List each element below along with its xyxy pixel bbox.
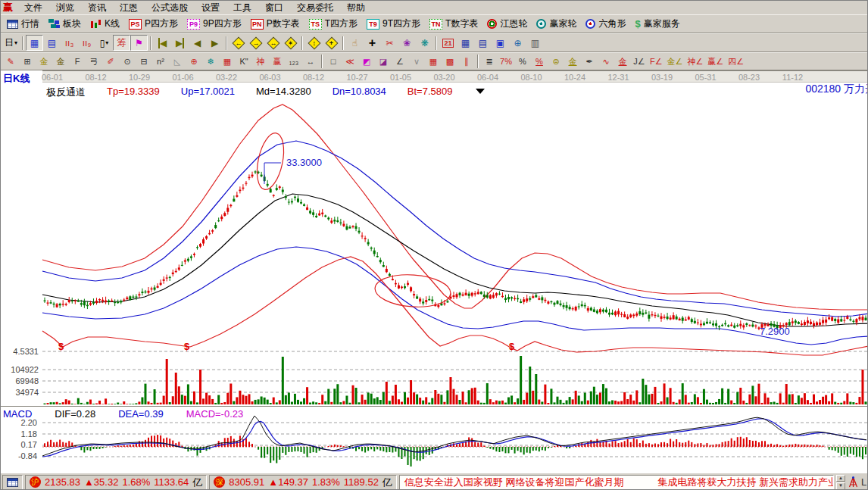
toolbar-winner-wheel-button[interactable]: 赢家轮 [532, 16, 581, 33]
diamond-left-button[interactable]: ← [229, 35, 247, 51]
parallel-lines-button[interactable]: ∥ [458, 54, 475, 69]
zigzag-button[interactable]: ∨ [408, 54, 425, 69]
first-page-button[interactable]: ◀ [154, 35, 171, 51]
price-ladder-button[interactable]: ≣ [481, 54, 498, 69]
toolbar-t-number-table-button[interactable]: TNT数字表 [425, 16, 482, 33]
snowflake-button[interactable]: ❄ [202, 54, 219, 69]
menu-江恩[interactable]: 江恩 [113, 1, 145, 15]
spinner-up-button[interactable]: ▲ [836, 475, 845, 482]
protractor-button[interactable]: ◺ [169, 54, 186, 69]
crosshair-tool-button[interactable]: + [364, 35, 381, 51]
toolbar-hexagon-button[interactable]: 六角形 [581, 16, 630, 33]
info-panel-button[interactable]: ▤ [43, 35, 61, 51]
fibo-ruler-button[interactable]: F [69, 54, 86, 69]
shen-angle-button[interactable]: 神∠ [685, 54, 705, 69]
menu-工具[interactable]: 工具 [226, 1, 258, 15]
draw-pen-button[interactable]: ✎ [2, 54, 19, 69]
fan-box-button[interactable]: ◩ [358, 54, 375, 69]
candle-style-button[interactable]: ▯▾ [95, 35, 113, 51]
circle-cross-button[interactable]: ⊕ [186, 54, 202, 69]
news-item[interactable]: 信息安全进入国家视野 网络设备将迎国产化蜜月期 [404, 476, 624, 489]
toolbar-9t-square-button[interactable]: T99T四方形 [362, 16, 425, 33]
spinner-down-button[interactable]: ▼ [836, 482, 845, 490]
fan-lines-button[interactable]: ≪ [342, 54, 358, 69]
ink-pen-button[interactable]: ✒ [581, 54, 598, 69]
toolbar-quotes-button[interactable]: 行情 [2, 16, 44, 33]
rect-select-button[interactable]: □ [325, 54, 342, 69]
red-pen-button[interactable]: ✐ [102, 54, 119, 69]
chip-distribution-button[interactable]: 筹 [113, 35, 130, 51]
gold-underline-button[interactable]: 金 [614, 54, 631, 69]
k-mark-button[interactable]: K" [236, 54, 252, 69]
market-view-button[interactable] [2, 475, 23, 490]
menu-公式选股[interactable]: 公式选股 [145, 1, 195, 15]
gold-line-button[interactable]: 金 [564, 54, 581, 69]
toolbar-p-square-button[interactable]: PSP四方形 [124, 16, 183, 33]
net-tool-button[interactable]: ❋ [416, 35, 433, 51]
diamond-horizontal-button[interactable]: ↔ [264, 35, 282, 51]
si-angle-button[interactable]: 四∠ [726, 54, 746, 69]
toolbar-gann-wheel-button[interactable]: 江恩轮 [482, 16, 532, 33]
remote-pc-button[interactable]: ▥ [526, 35, 544, 51]
diamond-right-button[interactable]: → [247, 35, 264, 51]
percent-line-button[interactable]: % [531, 54, 548, 69]
f-angle-button[interactable]: F∠ [648, 54, 665, 69]
prev-page-button[interactable]: ◀ [189, 35, 206, 51]
gold-ruler-2-button[interactable]: 金 [52, 54, 69, 69]
diamond-vertical-button[interactable]: ↕ [305, 35, 323, 51]
percent-button[interactable]: % [514, 54, 531, 69]
period-day-button[interactable]: 日▾ [2, 35, 20, 51]
wave-line-button[interactable]: ∿ [598, 54, 614, 69]
width-measure-button[interactable]: ↔ [302, 54, 319, 69]
menu-文件[interactable]: 文件 [17, 1, 49, 15]
grid-target-button[interactable]: ▦ [219, 54, 236, 69]
calculator-button[interactable]: ▦ [457, 35, 474, 51]
menu-窗口[interactable]: 窗口 [258, 1, 290, 15]
next-page-button[interactable]: ▶ [206, 35, 223, 51]
hand-tool-button[interactable]: ☝ [346, 35, 364, 51]
n2-ruler-button[interactable]: n² [152, 54, 169, 69]
toolbar-9p-square-button[interactable]: P99P四方形 [183, 16, 246, 33]
toolbar-kline-button[interactable]: K线 [86, 16, 124, 33]
red-grid-button[interactable]: ▦ [425, 54, 442, 69]
menu-交易委托[interactable]: 交易委托 [290, 1, 340, 15]
percent-7-button[interactable]: 7% [498, 54, 514, 69]
flag-mark-button[interactable]: ⚑ [130, 35, 148, 51]
ying-ruler-button[interactable]: 赢 [269, 54, 286, 69]
save-disk-button[interactable]: ▣ [492, 35, 509, 51]
gann-grid-ruler-button[interactable]: ⊞ [19, 54, 36, 69]
menu-浏览[interactable]: 浏览 [49, 1, 81, 15]
angle-lines-button[interactable]: ∠ [392, 54, 408, 69]
bars-3-button[interactable]: ıı₃ [61, 35, 78, 51]
measure-tool-button[interactable]: ✂ [381, 35, 398, 51]
bars-9-button[interactable]: ıı₉ [78, 35, 95, 51]
gold-angle-button[interactable]: 金∠ [665, 54, 685, 69]
long-ruler-button[interactable]: ⊟ [136, 54, 152, 69]
gold-circle-button[interactable]: ⊜ [548, 54, 564, 69]
network-button[interactable]: ⊕ [509, 35, 526, 51]
toolbar-p-number-table-button[interactable]: PNP数字表 [246, 16, 304, 33]
diamond-plus-button[interactable]: + [323, 35, 340, 51]
j-angle-button[interactable]: J∠ [631, 54, 648, 69]
diamond-star-button[interactable]: ✶ [282, 35, 299, 51]
grid-diagonal-button[interactable]: ▩ [442, 54, 458, 69]
ying-angle-button[interactable]: 赢∠ [705, 54, 726, 69]
last-page-button[interactable]: ▶ [171, 35, 189, 51]
shanghai-index-panel[interactable]: 沪 2135.83 ▲35.32 1.68% 1133.64 亿 [25, 475, 207, 490]
toolbar-winner-service-button[interactable]: $赢家服务 [630, 16, 684, 33]
menu-资讯[interactable]: 资讯 [81, 1, 113, 15]
compass-button[interactable]: ⊙ [119, 54, 136, 69]
ruler-123-button[interactable]: ₁₂₃ [286, 54, 302, 69]
calendar-button[interactable]: 21 [439, 35, 457, 51]
news-ticker[interactable]: 信息安全进入国家视野 网络设备将迎国产化蜜月期 集成电路将获大力扶持 新兴需求助… [399, 475, 834, 490]
menu-帮助[interactable]: 帮助 [340, 1, 372, 15]
gold-ruler-1-button[interactable]: 金 [36, 54, 52, 69]
toolbar-t-square-button[interactable]: TST四方形 [304, 16, 362, 33]
bow-ruler-button[interactable]: 弓 [86, 54, 102, 69]
toolbar-sectors-button[interactable]: 板块 [44, 16, 86, 33]
menu-设置[interactable]: 设置 [195, 1, 226, 15]
overview-map-button[interactable]: ▦ [26, 35, 43, 51]
shen-ruler-button[interactable]: 神 [252, 54, 269, 69]
shenzhen-index-panel[interactable]: 深 8305.91 ▲149.37 1.83% 1189.52 亿 [209, 475, 397, 490]
notes-button[interactable]: ▤ [474, 35, 492, 51]
